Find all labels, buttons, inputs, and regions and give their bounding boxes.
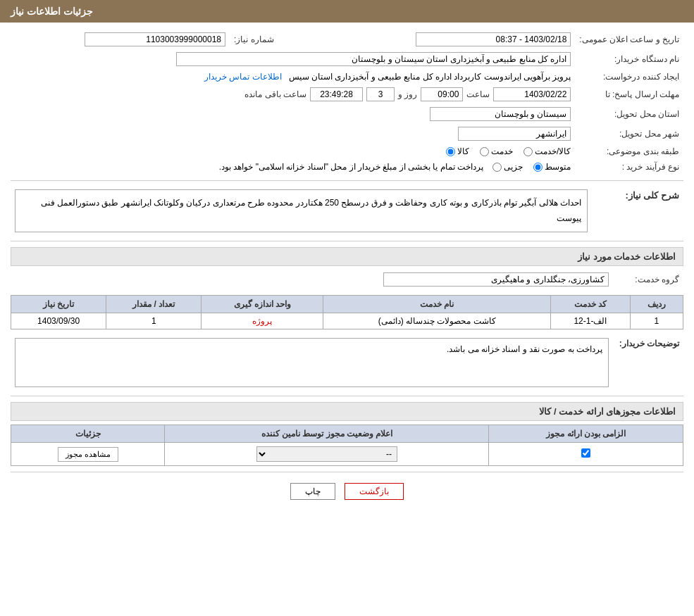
radio-mottaset-label: متوسط: [545, 162, 571, 172]
mohlat-label: مهلت ارسال پاسخ: تا: [575, 84, 683, 104]
tarikh-input[interactable]: [416, 32, 571, 46]
td-joziat: مشاهده مجوز: [11, 443, 165, 466]
ijad-value-cell: پرویز برآهویی ایراندوست کاربرداد اداره ک…: [11, 69, 575, 84]
th-tarikh: تاریخ نیاز: [11, 296, 106, 313]
buyer-notes-value-cell: پرداخت به صورت نقد و اسناد خزانه می باشد…: [11, 335, 613, 390]
page-header: جزئیات اطلاعات نیاز: [0, 0, 694, 23]
radio-khadamat: خدمت: [480, 146, 513, 156]
grohe-input[interactable]: [383, 272, 609, 287]
page-title: جزئیات اطلاعات نیاز: [11, 6, 93, 17]
tabaqe-label: طبقه بندی موضوعی:: [575, 144, 683, 159]
roz-label: روز و: [398, 89, 417, 99]
radio-khadamat-label: خدمت: [491, 146, 513, 156]
timer-display: 23:49:28: [310, 87, 363, 101]
elzami-checkbox[interactable]: [581, 448, 590, 458]
nam-dastgah-label: نام دستگاه خریدار:: [575, 49, 683, 69]
sharh-text: احداث هلالی آبگیر توام باذرکاری و بوته ک…: [41, 198, 581, 223]
radio-jozei-label: جزیی: [504, 162, 523, 172]
saat-label: ساعت: [466, 89, 490, 99]
info-table: تاریخ و ساعت اعلان عمومی: شماره نیاز: نا…: [11, 30, 683, 175]
mohlat-row-cell: ساعت روز و 23:49:28 ساعت باقی مانده: [11, 84, 575, 104]
permit-row: --مشاهده مجوز: [11, 443, 683, 466]
permit-table: الزامی بودن ارائه مجوز اعلام وضعیت مجوز …: [11, 425, 683, 466]
buyer-notes-box: پرداخت به صورت نقد و اسناد خزانه می باشد…: [15, 338, 609, 387]
radio-kala-khadamat-input[interactable]: [523, 147, 533, 156]
elam-select[interactable]: --: [256, 446, 397, 462]
ijad-link[interactable]: اطلاعات تماس خریدار: [204, 72, 282, 82]
mohlat-saat-input[interactable]: [421, 87, 463, 101]
buyer-notes-label: توضیحات خریدار:: [619, 339, 679, 348]
radio-kala-label: کالا: [457, 146, 469, 156]
ostan-input[interactable]: [430, 107, 571, 121]
page-wrapper: جزئیات اطلاعات نیاز تاریخ و ساعت اعلان ع…: [0, 0, 694, 616]
radio-khadamat-input[interactable]: [480, 147, 489, 156]
nam-dastgah-input[interactable]: [176, 52, 571, 66]
td-radif: 1: [630, 313, 683, 329]
radio-kala: کالا: [446, 146, 469, 156]
th-elzami: الزامی بودن ارائه مجوز: [489, 425, 683, 443]
td-tarikhNiaz: 1403/09/30: [11, 313, 106, 329]
footer-buttons: بازگشت چاپ: [11, 483, 683, 500]
shahr-label: شهر محل تحویل:: [575, 124, 683, 144]
tabaqe-radio-cell: کالا/خدمت خدمت کالا: [11, 144, 575, 159]
radio-jozei: جزیی: [492, 162, 523, 172]
buyer-notes-table: توضیحات خریدار: پرداخت به صورت نقد و اسن…: [11, 335, 683, 390]
radio-kala-input[interactable]: [446, 147, 455, 156]
divider-1: [11, 180, 683, 181]
grohe-table: گروه خدمت:: [11, 270, 683, 289]
shomare-niaz-label: شماره نیاز:: [230, 30, 314, 49]
ostan-label: استان محل تحویل:: [575, 104, 683, 124]
td-kodeKhadamat: الف-1-12: [551, 313, 630, 329]
ijad-value-text: پرویز برآهویی ایراندوست کاربرداد اداره ک…: [289, 72, 571, 82]
khadamat-section-title: اطلاعات خدمات مورد نیاز: [11, 247, 683, 266]
permit-tbody: --مشاهده مجوز: [11, 443, 683, 466]
th-vahad: واحد اندازه گیری: [202, 296, 323, 313]
services-tbody: 1الف-1-12کاشت محصولات چندساله (دائمی)پرو…: [11, 313, 683, 329]
divider-3: [11, 396, 683, 396]
buyer-notes-text: پرداخت به صورت نقد و اسناد خزانه می باشد…: [447, 344, 602, 354]
tarikh-label: تاریخ و ساعت اعلان عمومی:: [575, 30, 683, 49]
th-joziat: جزئیات: [11, 425, 165, 443]
farayand-note: پرداخت تمام یا بخشی از مبلغ خریدار از مح…: [219, 162, 483, 172]
grohe-value-cell: [11, 270, 613, 289]
mohlat-roz-input[interactable]: [366, 87, 395, 101]
radio-kala-khadamat: کالا/خدمت: [523, 146, 571, 156]
main-content: تاریخ و ساعت اعلان عمومی: شماره نیاز: نا…: [0, 23, 694, 517]
permit-section-title: اطلاعات مجوزهای ارائه خدمت / کالا: [11, 402, 683, 421]
td-vahadAndaze: پروژه: [202, 313, 323, 329]
services-table: ردیف کد خدمت نام خدمت واحد اندازه گیری ت…: [11, 295, 683, 329]
view-permit-button[interactable]: مشاهده مجوز: [58, 447, 118, 462]
nave-radio-group: متوسط جزیی: [492, 162, 571, 172]
tarikh-value-cell: [335, 30, 575, 49]
nam-dastgah-cell: [11, 49, 575, 69]
td-namKhadamat: کاشت محصولات چندساله (دائمی): [323, 313, 551, 329]
divider-4: [11, 472, 683, 472]
td-tedad: 1: [106, 313, 202, 329]
shahr-input[interactable]: [458, 127, 571, 141]
baqi-mande-label: ساعت باقی مانده: [244, 89, 306, 99]
shahr-value-cell: [11, 124, 575, 144]
divider-2: [11, 241, 683, 241]
radio-mottaset-input[interactable]: [533, 163, 543, 172]
sharh-value-cell: احداث هلالی آبگیر توام باذرکاری و بوته ک…: [11, 187, 592, 235]
td-elzami: [489, 443, 683, 466]
th-elam: اعلام وضعیت مجوز توسط نامین کننده: [165, 425, 489, 443]
ijad-label: ایجاد کننده درخواست:: [575, 69, 683, 84]
nave-farayand-cell: متوسط جزیی پرداخت تمام یا بخشی از مبلغ خ…: [11, 159, 575, 175]
nave-farayand-label: نوع فرآیند خرید :: [575, 159, 683, 175]
td-elam: --: [165, 443, 489, 466]
mohlat-date-input[interactable]: [493, 87, 571, 101]
radio-jozei-input[interactable]: [492, 163, 502, 172]
th-radif: ردیف: [630, 296, 683, 313]
th-tedad: تعداد / مقدار: [106, 296, 202, 313]
shomare-niaz-value-cell: [11, 30, 230, 49]
radio-mottaset: متوسط: [533, 162, 571, 172]
th-kode: کد خدمت: [551, 296, 630, 313]
shomare-niaz-input[interactable]: [85, 32, 225, 46]
sharh-description-box: احداث هلالی آبگیر توام باذرکاری و بوته ک…: [15, 189, 588, 232]
print-button[interactable]: چاپ: [290, 483, 335, 500]
tabaqe-radio-group: کالا/خدمت خدمت کالا: [446, 146, 571, 156]
grohe-label: گروه خدمت:: [613, 270, 683, 289]
radio-kala-khadamat-label: کالا/خدمت: [535, 146, 571, 156]
back-button[interactable]: بازگشت: [345, 483, 404, 500]
